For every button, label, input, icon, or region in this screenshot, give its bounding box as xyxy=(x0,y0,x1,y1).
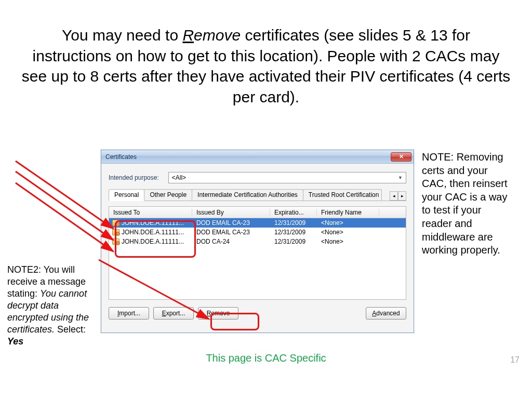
svg-line-2 xyxy=(16,183,113,251)
list-row[interactable]: JOHN.DOE.A.11111... DOD EMAIL CA-23 12/3… xyxy=(109,218,406,228)
col-friendly-name[interactable]: Friendly Name xyxy=(317,209,379,216)
close-button[interactable]: ✕ xyxy=(391,152,411,162)
tab-scroll-right-button[interactable]: ▸ xyxy=(398,191,406,201)
list-row[interactable]: JOHN.DOE.A.11111... DOD CA-24 12/31/2009… xyxy=(109,237,406,246)
tab-other-people[interactable]: Other People xyxy=(144,189,192,201)
chevron-down-icon: ▼ xyxy=(398,175,403,180)
dialog-title: Certificates xyxy=(105,153,391,161)
certificates-dialog: Certificates ✕ Intended purpose: <All> ▼… xyxy=(101,150,414,333)
cell-friendly: <None> xyxy=(317,229,379,236)
heading-text: You may need to xyxy=(62,26,182,44)
page-number: 17 xyxy=(510,355,520,365)
footer-note: This page is CAC Specific xyxy=(0,352,532,364)
tab-trusted-root[interactable]: Trusted Root Certification xyxy=(303,189,382,201)
cell-issued-by: DOD EMAIL CA-23 xyxy=(192,219,270,227)
certificate-icon xyxy=(112,220,119,226)
cell-issued-by: DOD EMAIL CA-23 xyxy=(192,229,270,236)
export-button[interactable]: Export... xyxy=(153,307,194,320)
intended-purpose-label: Intended purpose: xyxy=(109,174,159,181)
tab-personal[interactable]: Personal xyxy=(109,189,144,201)
svg-line-0 xyxy=(16,161,113,229)
heading-em-u: R xyxy=(182,26,194,44)
titlebar: Certificates ✕ xyxy=(101,150,414,164)
tab-scroll-left-button[interactable]: ◂ xyxy=(390,191,398,201)
note2-tail: Select: xyxy=(55,324,86,335)
intended-purpose-dropdown[interactable]: <All> ▼ xyxy=(168,172,406,183)
remove-button[interactable]: Remove xyxy=(198,307,238,320)
cell-expiration: 12/31/2009 xyxy=(270,238,317,245)
slide-heading: You may need to Remove certificates (see… xyxy=(21,25,511,107)
cell-issued-to: JOHN.DOE.A.11111... xyxy=(122,238,184,245)
cell-expiration: 12/31/2009 xyxy=(270,229,317,236)
col-issued-to[interactable]: Issued To xyxy=(109,209,192,216)
note2-bold: Yes xyxy=(7,336,23,347)
svg-line-1 xyxy=(16,171,113,240)
col-issued-by[interactable]: Issued By xyxy=(192,209,270,216)
cell-issued-by: DOD CA-24 xyxy=(192,238,270,245)
certificate-icon xyxy=(112,238,119,245)
note-right: NOTE: Removing certs and your CAC, then … xyxy=(422,151,513,257)
cell-friendly: <None> xyxy=(317,219,379,227)
certificate-list[interactable]: Issued To Issued By Expiratio... Friendl… xyxy=(109,206,406,300)
col-expiration[interactable]: Expiratio... xyxy=(270,209,317,216)
dropdown-value: <All> xyxy=(172,174,186,181)
list-row[interactable]: JOHN.DOE.A.11111... DOD EMAIL CA-23 12/3… xyxy=(109,228,406,237)
heading-em: emove xyxy=(194,26,241,44)
advanced-button[interactable]: Advanced xyxy=(366,307,406,320)
list-header: Issued To Issued By Expiratio... Friendl… xyxy=(109,207,406,218)
cell-expiration: 12/31/2009 xyxy=(270,219,317,227)
certificate-icon xyxy=(112,229,119,235)
cell-friendly: <None> xyxy=(317,238,379,245)
note-left: NOTE2: You will receive a message statin… xyxy=(7,264,96,348)
tab-strip: Personal Other People Intermediate Certi… xyxy=(109,189,406,201)
tab-intermediate-ca[interactable]: Intermediate Certification Authorities xyxy=(192,189,303,201)
cell-issued-to: JOHN.DOE.A.11111... xyxy=(122,229,184,236)
import-button[interactable]: Import... xyxy=(109,307,149,320)
cell-issued-to: JOHN.DOE.A.11111... xyxy=(122,219,184,227)
